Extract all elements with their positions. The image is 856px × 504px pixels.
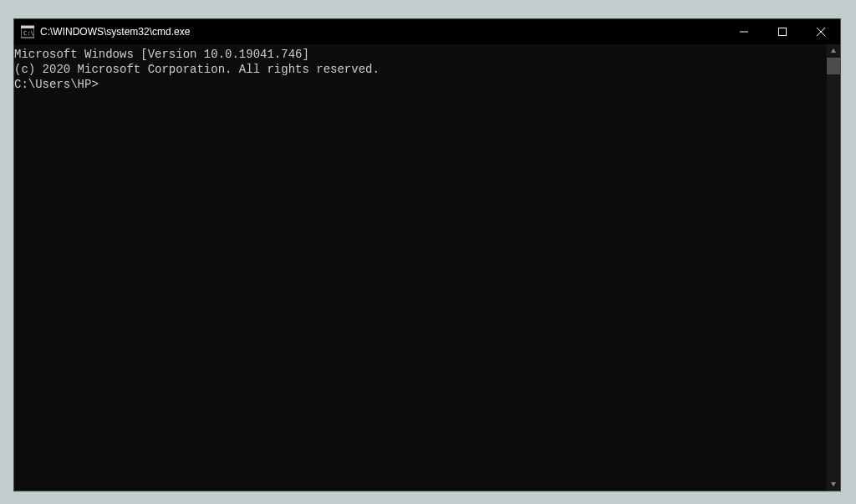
svg-rect-4 [779, 28, 787, 36]
cmd-window: C:\ C:\WINDOWS\system32\cmd.exe [13, 18, 841, 491]
terminal-body: Microsoft Windows [Version 10.0.19041.74… [14, 44, 840, 491]
terminal-content[interactable]: Microsoft Windows [Version 10.0.19041.74… [14, 44, 827, 491]
svg-rect-1 [21, 26, 34, 28]
titlebar-left: C:\ C:\WINDOWS\system32\cmd.exe [14, 25, 190, 38]
svg-marker-8 [831, 482, 836, 486]
window-title: C:\WINDOWS\system32\cmd.exe [40, 26, 190, 38]
svg-text:C:\: C:\ [23, 30, 34, 37]
cmd-icon: C:\ [21, 25, 34, 38]
terminal-prompt: C:\Users\HP> [14, 77, 827, 92]
scrollbar-track[interactable] [827, 58, 840, 477]
scrollbar-thumb[interactable] [827, 58, 840, 74]
scrollbar-down-arrow-icon[interactable] [827, 477, 840, 491]
close-button[interactable] [802, 19, 840, 44]
titlebar[interactable]: C:\ C:\WINDOWS\system32\cmd.exe [14, 19, 840, 44]
scrollbar-up-arrow-icon[interactable] [827, 44, 840, 58]
terminal-line: (c) 2020 Microsoft Corporation. All righ… [14, 62, 827, 77]
minimize-button[interactable] [725, 19, 763, 44]
svg-marker-7 [831, 48, 836, 53]
window-controls [725, 19, 840, 44]
terminal-line: Microsoft Windows [Version 10.0.19041.74… [14, 47, 827, 62]
vertical-scrollbar[interactable] [827, 44, 840, 491]
maximize-button[interactable] [763, 19, 802, 44]
